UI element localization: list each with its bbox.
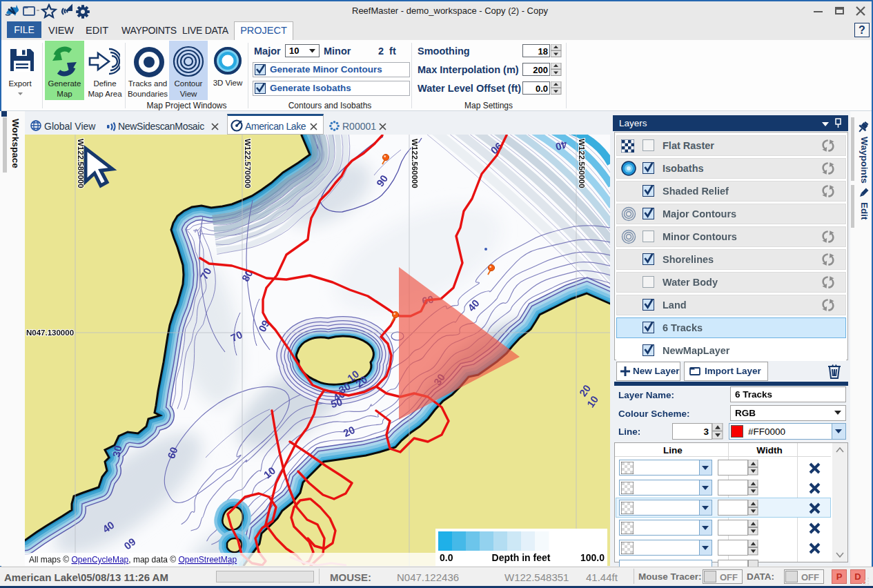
svg-text:W122.580000: W122.580000	[77, 139, 85, 188]
svg-text:100.0: 100.0	[580, 552, 605, 563]
svg-text:All maps © OpenCycleMap, map d: All maps © OpenCycleMap, map data © Open…	[29, 555, 237, 565]
svg-text:W122.560000: W122.560000	[411, 139, 419, 188]
svg-text:Depth in feet: Depth in feet	[492, 552, 551, 563]
svg-text:N047.130000: N047.130000	[26, 329, 74, 337]
svg-text:W122.570000: W122.570000	[244, 139, 252, 188]
svg-text:0.0: 0.0	[440, 552, 453, 563]
svg-text:30: 30	[110, 444, 124, 458]
svg-text:W122.550000: W122.550000	[578, 139, 586, 188]
